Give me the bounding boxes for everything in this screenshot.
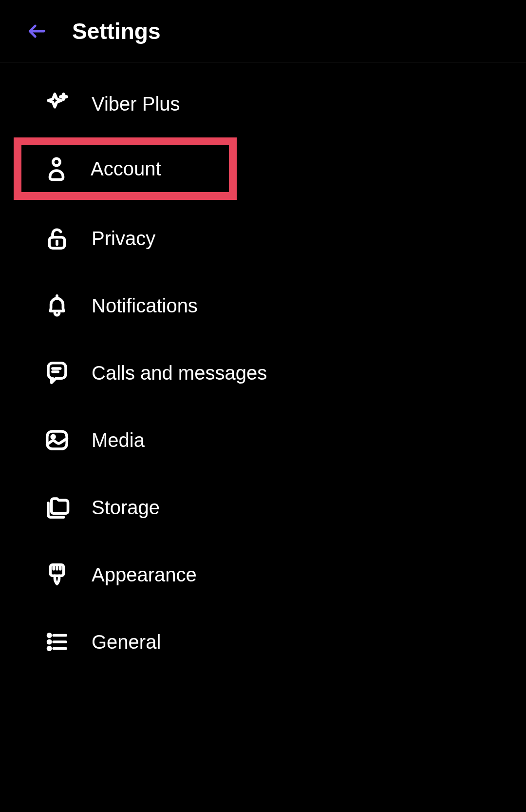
arrow-left-icon bbox=[26, 20, 48, 42]
settings-item-viber-plus[interactable]: Viber Plus bbox=[0, 70, 526, 137]
settings-item-label: Viber Plus bbox=[92, 93, 180, 115]
settings-item-label: Appearance bbox=[92, 564, 197, 586]
highlight-box: Account bbox=[14, 137, 237, 200]
brush-icon bbox=[43, 561, 71, 588]
svg-point-11 bbox=[48, 634, 51, 637]
folders-icon bbox=[43, 494, 71, 521]
back-button[interactable] bbox=[23, 18, 51, 45]
lock-open-icon bbox=[43, 225, 71, 251]
page-title: Settings bbox=[72, 18, 160, 44]
message-icon bbox=[43, 360, 71, 386]
settings-item-privacy[interactable]: Privacy bbox=[0, 205, 526, 272]
media-icon bbox=[43, 427, 71, 453]
bell-icon bbox=[43, 292, 71, 319]
svg-point-15 bbox=[48, 647, 51, 650]
settings-item-label: Notifications bbox=[92, 295, 198, 317]
header: Settings bbox=[0, 0, 526, 62]
settings-item-notifications[interactable]: Notifications bbox=[0, 272, 526, 339]
account-icon bbox=[43, 155, 70, 182]
settings-item-general[interactable]: General bbox=[0, 608, 526, 676]
svg-point-0 bbox=[53, 158, 60, 165]
settings-item-label: General bbox=[92, 631, 161, 653]
settings-item-media[interactable]: Media bbox=[0, 406, 526, 474]
settings-item-calls-messages[interactable]: Calls and messages bbox=[0, 339, 526, 406]
settings-item-account[interactable]: Account bbox=[0, 137, 526, 205]
svg-point-13 bbox=[48, 640, 51, 643]
svg-point-6 bbox=[52, 435, 55, 438]
settings-item-label: Storage bbox=[92, 497, 160, 519]
settings-item-label: Media bbox=[92, 429, 145, 451]
settings-item-label: Privacy bbox=[92, 228, 155, 250]
settings-item-label: Calls and messages bbox=[92, 362, 267, 384]
list-icon bbox=[43, 629, 71, 655]
settings-item-appearance[interactable]: Appearance bbox=[0, 541, 526, 608]
sparkle-icon bbox=[43, 91, 71, 117]
settings-list: Viber Plus Account Privacy Notifications… bbox=[0, 62, 526, 676]
settings-item-label: Account bbox=[91, 158, 161, 180]
settings-item-storage[interactable]: Storage bbox=[0, 474, 526, 541]
